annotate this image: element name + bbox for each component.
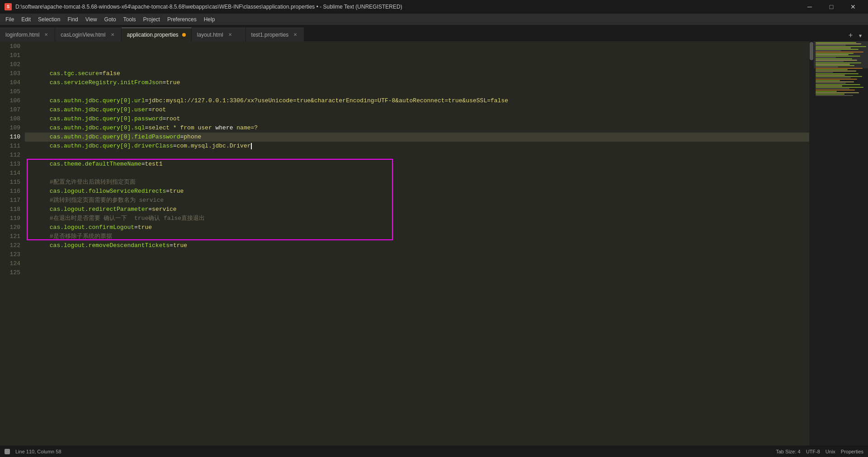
minimap-line xyxy=(816,61,844,62)
menu-preferences[interactable]: Preferences xyxy=(164,15,200,24)
line-num-105: 105 xyxy=(4,87,20,96)
minimap-line xyxy=(816,73,859,74)
code-line-105: cas.authn.jdbc.query[0].url=jdbc:mysql:/… xyxy=(25,87,809,96)
minimap-line xyxy=(816,81,854,82)
minimap-line xyxy=(816,60,857,61)
menu-goto[interactable]: Goto xyxy=(101,15,120,24)
minimap-line xyxy=(816,65,854,66)
line-num-115: 115 xyxy=(4,178,20,187)
line-num-121: 121 xyxy=(4,232,20,241)
minimap-line xyxy=(816,64,850,65)
menu-view[interactable]: View xyxy=(82,15,101,24)
menu-find[interactable]: Find xyxy=(64,15,81,24)
minimap-line xyxy=(816,57,836,58)
status-bar-right: Tab Size: 4 UTF-8 Unix Properties xyxy=(776,449,863,454)
code-line-100 xyxy=(25,42,809,51)
minimap-line xyxy=(816,79,857,80)
menu-help[interactable]: Help xyxy=(200,15,219,24)
tab-test1-properties-close[interactable]: ✕ xyxy=(292,32,298,38)
tab-layout-close[interactable]: ✕ xyxy=(227,32,233,38)
tab-application-properties-label: application.properties xyxy=(127,32,179,38)
tab-loginform[interactable]: loginform.html ✕ xyxy=(0,28,55,41)
menu-file[interactable]: File xyxy=(2,15,18,24)
line-num-113: 113 xyxy=(4,160,20,169)
tab-casloginview-close[interactable]: ✕ xyxy=(109,32,116,38)
vertical-scrollbar[interactable] xyxy=(809,41,814,446)
menu-edit[interactable]: Edit xyxy=(18,15,34,24)
status-bar: Line 110, Column 58 Tab Size: 4 UTF-8 Un… xyxy=(0,446,868,457)
minimap-line xyxy=(816,87,863,88)
minimap-line xyxy=(816,62,861,63)
minimap-line xyxy=(816,83,846,84)
tab-bar-right: + ▾ xyxy=(843,30,868,41)
minimap-line xyxy=(816,50,841,51)
cursor-position: Line 110, Column 58 xyxy=(15,449,61,454)
maximize-button[interactable]: □ xyxy=(821,0,842,14)
minimap-line xyxy=(816,67,838,67)
minimap-line xyxy=(816,42,856,43)
minimap-line xyxy=(816,68,863,69)
tab-test1-properties-label: test1.properties xyxy=(251,32,289,38)
minimap-line xyxy=(816,45,846,46)
line-endings[interactable]: Unix xyxy=(826,449,835,454)
tab-test1-properties[interactable]: test1.properties ✕ xyxy=(246,28,305,41)
minimap[interactable] xyxy=(814,41,868,446)
tab-size[interactable]: Tab Size: 4 xyxy=(776,449,800,454)
line-num-125: 125 xyxy=(4,268,20,277)
code-content[interactable]: cas.tgc.secure=false cas.serviceRegistry… xyxy=(25,41,809,446)
line-num-116: 116 xyxy=(4,187,20,196)
line-num-104: 104 xyxy=(4,78,20,87)
tab-modified-dot xyxy=(182,33,186,37)
new-tab-button[interactable]: + xyxy=(847,31,855,41)
file-type[interactable]: Properties xyxy=(841,449,863,454)
minimap-line xyxy=(816,48,851,48)
code-line-115: cas.logout.followServiceRedirects=true xyxy=(25,178,809,187)
line-num-111: 111 xyxy=(4,142,20,151)
minimap-line xyxy=(816,72,833,73)
line-num-123: 123 xyxy=(4,250,20,259)
tab-overflow-button[interactable]: ▾ xyxy=(856,30,864,41)
file-encoding[interactable]: UTF-8 xyxy=(806,449,820,454)
code-line-103: cas.serviceRegistry.initFromJson=true xyxy=(25,69,809,78)
minimap-line xyxy=(816,53,854,54)
minimap-line xyxy=(816,90,855,90)
line-numbers: 100 101 102 103 104 105 106 107 108 109 … xyxy=(0,41,25,446)
code-line-101 xyxy=(25,51,809,60)
code-line-102: cas.tgc.secure=false xyxy=(25,60,809,69)
minimap-line xyxy=(816,91,837,92)
tab-casloginview-label: casLoginView.html xyxy=(61,32,105,38)
tab-layout[interactable]: layout.html ✕ xyxy=(192,28,246,41)
title-bar: S D:\software\apache-tomcat-8.5.68-windo… xyxy=(0,0,868,14)
app-icon: S xyxy=(5,3,12,10)
minimap-line xyxy=(816,94,844,95)
minimap-line xyxy=(816,77,851,78)
tab-loginform-label: loginform.html xyxy=(5,32,39,38)
minimap-line xyxy=(816,76,862,77)
minimap-line xyxy=(816,71,856,71)
line-num-108: 108 xyxy=(4,114,20,124)
menu-bar: File Edit Selection Find View Goto Tools… xyxy=(0,14,868,25)
minimap-line xyxy=(816,46,866,47)
minimap-line xyxy=(816,52,863,52)
window-controls: ─ □ ✕ xyxy=(799,0,863,14)
close-button[interactable]: ✕ xyxy=(843,0,863,14)
code-line-124 xyxy=(25,259,809,268)
minimap-line xyxy=(816,54,849,55)
tab-application-properties[interactable]: application.properties xyxy=(122,28,192,41)
title-bar-left: S D:\software\apache-tomcat-8.5.68-windo… xyxy=(5,3,402,10)
line-num-117: 117 xyxy=(4,196,20,205)
menu-selection[interactable]: Selection xyxy=(34,15,64,24)
line-num-109: 109 xyxy=(4,124,20,133)
status-indicator xyxy=(5,449,10,454)
line-num-112: 112 xyxy=(4,151,20,160)
scrollbar-thumb[interactable] xyxy=(810,42,813,60)
minimize-button[interactable]: ─ xyxy=(799,0,820,14)
menu-project[interactable]: Project xyxy=(140,15,164,24)
menu-tools[interactable]: Tools xyxy=(120,15,140,24)
tab-loginform-close[interactable]: ✕ xyxy=(43,32,49,38)
code-line-121: cas.logout.removeDescendantTickets=true xyxy=(25,232,809,241)
status-bar-left: Line 110, Column 58 xyxy=(5,449,61,454)
tab-casloginview[interactable]: casLoginView.html ✕ xyxy=(55,28,121,41)
minimap-line xyxy=(816,75,845,76)
code-line-123 xyxy=(25,250,809,259)
